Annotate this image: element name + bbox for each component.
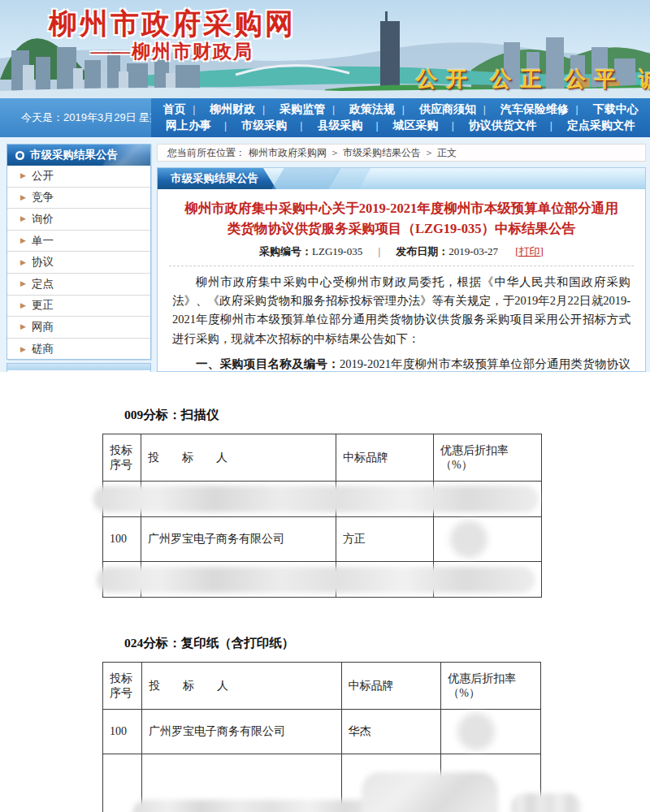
sidebar-header: 市级采购结果公告 <box>7 145 150 166</box>
sidebar-item-competitive[interactable]: ▶竞争 <box>7 188 150 209</box>
cell-bid-number: 100 <box>103 517 141 562</box>
nav-item-car-insurance-repair[interactable]: |汽车保险维修 <box>483 102 569 117</box>
sidebar-secondary-box <box>6 363 151 372</box>
page: 柳州市政府采购网 ——柳州市财政局 公开 公正 公平 诚实 今天是：2019年3… <box>0 0 650 812</box>
nav-separator: | <box>300 120 302 132</box>
print-link[interactable]: [打印] <box>515 245 544 257</box>
nav-item-online-services[interactable]: 网上办事 <box>166 119 211 133</box>
sidebar-item-open[interactable]: ▶公开 <box>7 166 150 188</box>
article-meta: 采购编号：LZG19-035 | 发布日期：2019-03-27 [打印] <box>158 244 645 259</box>
main-column: 您当前所在位置： 柳州市政府采购网 ＞ 市级采购结果公告 ＞ 正文 市级采购结果… <box>157 144 646 372</box>
cell-discount-redacted <box>441 710 541 754</box>
purchase-code-label: 采购编号： <box>259 245 312 257</box>
nav-separator: | <box>550 120 552 132</box>
lot-section-009: 009分标：扫描仪 投标序号 投 标 人 中标品牌 优惠后折扣率（%） 100 … <box>102 407 562 598</box>
nav-item-agreement-supply-docs[interactable]: |协议供货文件 <box>452 119 537 133</box>
sidebar-item-designated[interactable]: ▶定点 <box>7 274 150 296</box>
nav-separator: | <box>483 104 486 115</box>
col-winning-brand: 中标品牌 <box>341 663 441 710</box>
cell-winning-brand: 华杰 <box>341 710 441 754</box>
section-tab: 市级采购结果公告 <box>158 168 276 189</box>
article-paragraph-1: 柳州市政府集中采购中心受柳州市财政局委托，根据《中华人民共和国政府采购法》、《政… <box>172 273 630 349</box>
nav-item-designated-procurement-docs[interactable]: |定点采购文件 <box>550 119 635 133</box>
content-panel: 市级采购结果公告 柳州市政府集中采购中心关于2019-2021年度柳州市本级预算… <box>157 167 646 372</box>
lot-caption-009: 009分标：扫描仪 <box>124 407 562 424</box>
nav-row-1: 首页 |柳州财政 |采购监管 |政策法规 |供应商须知 |汽车保险维修 |下载中… <box>159 102 642 117</box>
content-panel-header: 市级采购结果公告 <box>158 168 645 189</box>
meta-separator: | <box>378 245 380 257</box>
nav-separator: | <box>402 104 405 115</box>
sidebar-item-negotiation[interactable]: ▶磋商 <box>7 339 150 361</box>
result-table-024: 投标序号 投 标 人 中标品牌 优惠后折扣率（%） 100 广州罗宝电子商务有限… <box>102 662 541 812</box>
article-tables-section: 009分标：扫描仪 投标序号 投 标 人 中标品牌 优惠后折扣率（%） 100 … <box>88 372 562 812</box>
cell-bidder: 广州罗宝电子商务有限公司 <box>142 710 341 754</box>
redacted-content <box>511 793 581 812</box>
sidebar-item-online-mall[interactable]: ▶网商 <box>7 317 150 339</box>
nav-item-procurement-supervision[interactable]: |采购监管 <box>262 102 325 117</box>
breadcrumb-current: 正文 <box>437 146 457 160</box>
arrow-icon: ▶ <box>20 259 26 266</box>
table-header-row: 投标序号 投 标 人 中标品牌 优惠后折扣率（%） <box>103 434 542 482</box>
table-row-redacted <box>103 482 542 517</box>
redacted-content <box>132 800 384 812</box>
sidebar-menu: ▶公开 ▶竞争 ▶询价 ▶单一 ▶协议 ▶定点 ▶更正 ▶网商 ▶磋商 <box>7 166 150 360</box>
publish-date-label: 发布日期： <box>396 245 448 257</box>
arrow-icon: ▶ <box>20 194 26 201</box>
table-header-row: 投标序号 投 标 人 中标品牌 优惠后折扣率（%） <box>103 663 541 710</box>
cell-bid-number: 100 <box>103 710 142 754</box>
nav-separator: | <box>375 120 378 132</box>
sidebar-item-agreement[interactable]: ▶协议 <box>7 252 150 274</box>
lot-section-024: 024分标：复印纸（含打印纸） 投标序号 投 标 人 中标品牌 优惠后折扣率（%… <box>102 635 562 812</box>
sidebar-item-inquiry[interactable]: ▶询价 <box>7 209 150 231</box>
result-table-009: 投标序号 投 标 人 中标品牌 优惠后折扣率（%） 100 广州罗宝电子商务有限… <box>102 434 542 598</box>
nav-item-liuzhou-finance[interactable]: |柳州财政 <box>193 102 255 117</box>
site-title: 柳州市政府采购网 <box>49 5 296 43</box>
cell-discount-redacted <box>434 517 542 562</box>
nav-item-supplier-notice[interactable]: |供应商须知 <box>402 102 476 117</box>
nav-separator: | <box>332 104 335 115</box>
nav-item-district-procurement[interactable]: |城区采购 <box>375 119 438 133</box>
nav-row-2: 网上办事 |市级采购 |县级采购 |城区采购 |协议供货文件 |定点采购文件 <box>159 119 642 133</box>
nav-band: 今天是：2019年3月29日 星期五 首页 |柳州财政 |采购监管 |政策法规 … <box>0 98 650 137</box>
col-bid-number: 投标序号 <box>103 663 142 710</box>
table-row: 100 广州罗宝电子商务有限公司 华杰 <box>103 710 541 754</box>
breadcrumb-separator: ＞ <box>330 146 340 160</box>
redacted-content <box>362 772 498 812</box>
site-banner: 柳州市政府采购网 ——柳州市财政局 公开 公正 公平 诚实 <box>0 0 650 98</box>
breadcrumb-separator: ＞ <box>424 146 434 160</box>
sidebar-title: 市级采购结果公告 <box>30 148 118 162</box>
nav-separator: | <box>452 120 454 132</box>
sidebar-item-correction[interactable]: ▶更正 <box>7 296 150 317</box>
nav-separator: | <box>576 104 578 115</box>
paragraph-2-label: 一、采购项目名称及编号： <box>196 357 340 370</box>
table-row: 100 广州罗宝电子商务有限公司 方正 <box>103 517 542 562</box>
breadcrumb-link-section[interactable]: 市级采购结果公告 <box>343 146 421 160</box>
main-nav: 首页 |柳州财政 |采购监管 |政策法规 |供应商须知 |汽车保险维修 |下载中… <box>151 98 650 137</box>
redacted-content <box>93 486 539 512</box>
date-display: 今天是：2019年3月29日 星期五 <box>0 98 151 137</box>
col-discount-rate: 优惠后折扣率（%） <box>441 663 541 710</box>
table-row-redacted <box>103 562 542 598</box>
arrow-icon: ▶ <box>20 323 26 330</box>
nav-separator: | <box>224 120 227 132</box>
arrow-icon: ▶ <box>20 237 26 244</box>
arrow-icon: ▶ <box>20 302 26 309</box>
nav-item-policies-regulations[interactable]: |政策法规 <box>332 102 395 117</box>
nav-item-city-procurement[interactable]: |市级采购 <box>224 119 287 133</box>
arrow-icon: ▶ <box>20 215 26 222</box>
breadcrumb-link-home[interactable]: 柳州市政府采购网 <box>249 146 327 160</box>
nav-item-county-procurement[interactable]: |县级采购 <box>300 119 362 133</box>
nav-separator: | <box>193 104 195 115</box>
col-bidder: 投 标 人 <box>142 663 341 710</box>
col-bidder: 投 标 人 <box>141 434 336 482</box>
sidebar-item-single-source[interactable]: ▶单一 <box>7 231 150 253</box>
site-slogan: 公开 公正 公平 诚实 <box>416 65 650 93</box>
nav-separator: | <box>262 104 265 115</box>
article-title: 柳州市政府集中采购中心关于2019-2021年度柳州市本级预算单位部分通用类货物… <box>179 199 624 240</box>
nav-item-home[interactable]: 首页 <box>162 102 185 117</box>
cell-bidder: 广州罗宝电子商务有限公司 <box>141 517 336 562</box>
sidebar: 市级采购结果公告 ▶公开 ▶竞争 ▶询价 ▶单一 ▶协议 ▶定点 ▶更正 ▶网商… <box>6 144 151 360</box>
col-discount-rate: 优惠后折扣率（%） <box>434 434 542 482</box>
divider <box>169 266 634 266</box>
nav-item-download-center[interactable]: |下载中心 <box>576 102 639 117</box>
